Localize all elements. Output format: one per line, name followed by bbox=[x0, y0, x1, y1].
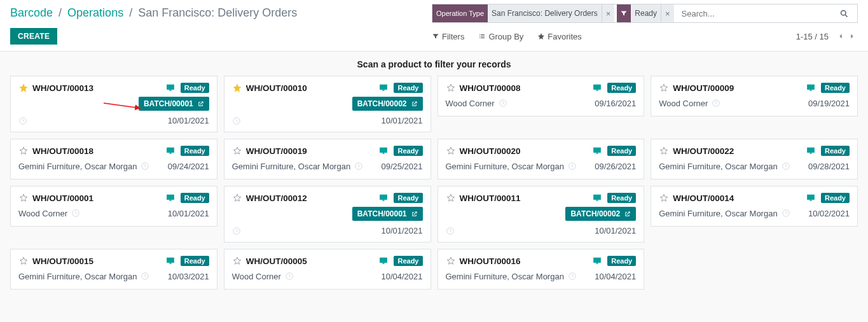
kanban-card[interactable]: WH/OUT/00014ReadyGemini Furniture, Oscar… bbox=[651, 186, 858, 227]
clock-icon bbox=[71, 209, 80, 218]
status-badge[interactable]: Ready bbox=[181, 146, 209, 156]
star-icon[interactable] bbox=[659, 83, 669, 93]
pager-prev-icon[interactable] bbox=[835, 31, 846, 42]
status-badge[interactable]: Ready bbox=[181, 256, 209, 266]
status-badge[interactable]: Ready bbox=[394, 146, 422, 156]
desktop-icon[interactable] bbox=[592, 83, 602, 92]
facet-remove-icon[interactable]: × bbox=[602, 9, 615, 18]
kanban-card[interactable]: WH/OUT/00022ReadyGemini Furniture, Oscar… bbox=[651, 139, 858, 179]
desktop-icon[interactable] bbox=[592, 256, 602, 265]
pager-next-icon[interactable] bbox=[846, 31, 858, 42]
desktop-icon[interactable] bbox=[165, 146, 176, 155]
batch-tag-label: BATCH/00002 bbox=[357, 99, 407, 108]
create-button[interactable]: CREATE bbox=[10, 28, 57, 45]
star-icon[interactable] bbox=[232, 146, 242, 156]
facet-remove-icon[interactable]: × bbox=[661, 9, 674, 18]
picking-reference: WH/OUT/00013 bbox=[32, 83, 93, 93]
partner-name: Wood Corner bbox=[18, 209, 67, 218]
kanban-card[interactable]: WH/OUT/00020ReadyGemini Furniture, Oscar… bbox=[437, 139, 645, 179]
star-icon[interactable] bbox=[446, 193, 456, 203]
star-icon[interactable] bbox=[659, 146, 669, 156]
status-badge[interactable]: Ready bbox=[821, 193, 850, 203]
status-badge[interactable]: Ready bbox=[394, 193, 422, 203]
desktop-icon[interactable] bbox=[378, 146, 389, 155]
batch-tag[interactable]: BATCH/00001 bbox=[352, 207, 423, 221]
status-badge[interactable]: Ready bbox=[607, 193, 636, 203]
status-badge[interactable]: Ready bbox=[181, 193, 209, 203]
filters-button[interactable]: Filters bbox=[432, 32, 464, 41]
kanban-card[interactable]: WH/OUT/00015ReadyGemini Furniture, Oscar… bbox=[10, 249, 217, 290]
desktop-icon[interactable] bbox=[806, 146, 816, 155]
star-icon[interactable] bbox=[18, 256, 29, 266]
batch-tag[interactable]: BATCH/00001 bbox=[139, 97, 209, 111]
batch-tag[interactable]: BATCH/00002 bbox=[565, 207, 636, 221]
desktop-icon[interactable] bbox=[806, 193, 816, 202]
desktop-icon[interactable] bbox=[378, 83, 389, 92]
kanban-card[interactable]: WH/OUT/00018ReadyGemini Furniture, Oscar… bbox=[10, 139, 217, 179]
star-icon[interactable] bbox=[18, 146, 29, 156]
star-icon[interactable] bbox=[18, 193, 29, 203]
clock-icon bbox=[18, 116, 27, 125]
filter-bar: Filters Group By Favorites bbox=[432, 32, 582, 41]
desktop-icon[interactable] bbox=[806, 83, 816, 92]
clock-icon bbox=[232, 227, 241, 235]
clock-icon bbox=[782, 209, 790, 218]
star-icon[interactable] bbox=[18, 83, 29, 93]
kanban-card[interactable]: WH/OUT/00001ReadyWood Corner10/01/2021 bbox=[10, 186, 217, 227]
status-badge[interactable]: Ready bbox=[394, 83, 422, 93]
desktop-icon[interactable] bbox=[165, 193, 176, 202]
clock-icon bbox=[141, 162, 149, 171]
breadcrumb-sep: / bbox=[56, 6, 64, 19]
picking-reference: WH/OUT/00009 bbox=[673, 83, 734, 93]
kanban-card[interactable]: WH/OUT/00012ReadyBATCH/0000110/01/2021 bbox=[224, 186, 431, 242]
favorites-label: Favorites bbox=[548, 32, 581, 41]
search-input[interactable] bbox=[677, 9, 839, 18]
picking-reference: WH/OUT/00016 bbox=[460, 256, 521, 266]
star-icon[interactable] bbox=[232, 83, 242, 93]
kanban-card[interactable]: WH/OUT/00010ReadyBATCH/0000210/01/2021 bbox=[224, 76, 431, 132]
search-area: Operation Type San Francisco: Delivery O… bbox=[432, 4, 858, 23]
scheduled-date: 09/26/2021 bbox=[595, 162, 636, 171]
desktop-icon[interactable] bbox=[378, 256, 389, 265]
breadcrumb-mid[interactable]: Operations bbox=[67, 6, 123, 19]
search-box[interactable]: Operation Type San Francisco: Delivery O… bbox=[432, 4, 858, 23]
status-badge[interactable]: Ready bbox=[607, 256, 636, 266]
pager: 1-15 / 15 bbox=[796, 31, 858, 42]
group-by-button[interactable]: Group By bbox=[478, 32, 523, 41]
kanban-card[interactable]: WH/OUT/00008ReadyWood Corner09/16/2021 bbox=[437, 76, 645, 116]
scheduled-date: 10/01/2021 bbox=[168, 116, 209, 125]
desktop-icon[interactable] bbox=[378, 193, 389, 202]
kanban-card[interactable]: WH/OUT/00019ReadyGemini Furniture, Oscar… bbox=[224, 139, 431, 179]
breadcrumb-root[interactable]: Barcode bbox=[10, 6, 53, 19]
desktop-icon[interactable] bbox=[592, 193, 602, 202]
facet-value: San Francisco: Delivery Orders bbox=[488, 4, 602, 22]
partner-name: Gemini Furniture, Oscar Morgan bbox=[659, 162, 777, 171]
star-icon[interactable] bbox=[446, 83, 456, 93]
kanban-card[interactable]: WH/OUT/00005ReadyWood Corner10/04/2021 bbox=[224, 249, 431, 290]
star-icon[interactable] bbox=[232, 256, 242, 266]
batch-tag[interactable]: BATCH/00002 bbox=[352, 97, 423, 111]
partner-name: Gemini Furniture, Oscar Morgan bbox=[18, 272, 137, 281]
favorites-button[interactable]: Favorites bbox=[537, 32, 581, 41]
star-icon[interactable] bbox=[659, 193, 669, 203]
star-icon[interactable] bbox=[232, 193, 242, 203]
status-badge[interactable]: Ready bbox=[821, 146, 850, 156]
status-badge[interactable]: Ready bbox=[181, 83, 209, 93]
kanban-card[interactable]: WH/OUT/00016ReadyGemini Furniture, Oscar… bbox=[437, 249, 645, 290]
desktop-icon[interactable] bbox=[592, 146, 602, 155]
status-badge[interactable]: Ready bbox=[607, 83, 636, 93]
kanban-card[interactable]: WH/OUT/00013ReadyBATCH/0000110/01/2021 bbox=[10, 76, 217, 132]
status-badge[interactable]: Ready bbox=[394, 256, 422, 266]
star-icon[interactable] bbox=[446, 146, 456, 156]
desktop-icon[interactable] bbox=[165, 256, 176, 265]
kanban-card[interactable]: WH/OUT/00009ReadyWood Corner09/19/2021 bbox=[651, 76, 858, 116]
picking-reference: WH/OUT/00005 bbox=[246, 256, 307, 266]
kanban-card[interactable]: WH/OUT/00011ReadyBATCH/0000210/01/2021 bbox=[437, 186, 645, 242]
search-icon[interactable] bbox=[839, 9, 857, 18]
star-icon[interactable] bbox=[446, 256, 456, 266]
picking-reference: WH/OUT/00020 bbox=[460, 146, 521, 156]
status-badge[interactable]: Ready bbox=[821, 83, 850, 93]
desktop-icon[interactable] bbox=[165, 83, 176, 92]
status-badge[interactable]: Ready bbox=[607, 146, 636, 156]
facet-value: Ready bbox=[631, 4, 661, 22]
